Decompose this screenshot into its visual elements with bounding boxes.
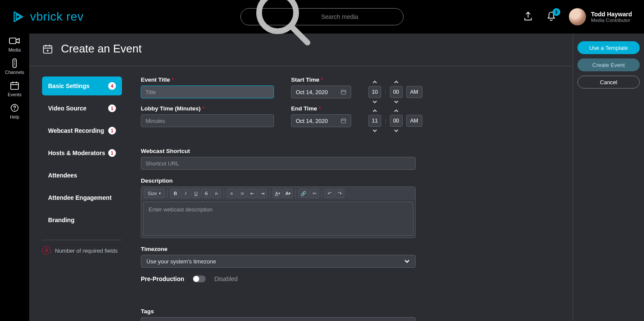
rail-events[interactable]: Events — [3, 81, 27, 97]
tags-input[interactable]: Add Tags ＋ — [141, 317, 416, 321]
rte-text-color-icon[interactable]: A▾ — [273, 189, 282, 198]
topbar: vbrick rev 3 Todd Hayward Media Contribu… — [0, 0, 644, 34]
rte-clear-icon[interactable]: Ix — [212, 189, 221, 198]
start-date-picker[interactable]: Oct 14, 2020 — [291, 86, 351, 98]
required-badge: 4 — [108, 82, 116, 90]
start-time-cluster: 10 : 00 AM — [368, 86, 422, 98]
field-shortcut: Webcast Shortcut — [141, 148, 416, 170]
svg-point-6 — [14, 64, 15, 65]
mm-up[interactable] — [390, 79, 403, 85]
required-legend: # Number of required fields — [42, 246, 122, 255]
rte-underline-icon[interactable]: U — [191, 189, 200, 198]
settings-nav-recording[interactable]: Webcast Recording 1 — [42, 121, 122, 140]
rail-help[interactable]: Help — [3, 103, 27, 119]
notifications-badge: 3 — [553, 8, 560, 16]
upload-button[interactable] — [522, 11, 534, 23]
svg-rect-21 — [341, 119, 346, 123]
notifications-button[interactable]: 3 — [546, 11, 557, 23]
settings-nav-basic[interactable]: Basic Settings 4 — [42, 76, 122, 95]
rail-label: Help — [3, 114, 27, 119]
field-label: End Time * — [291, 105, 351, 112]
create-event-button[interactable]: Create Event — [577, 58, 640, 71]
calendar-icon — [9, 81, 20, 90]
settings-nav-label: Hosts & Moderators — [48, 150, 105, 156]
settings-nav-video-source[interactable]: Video Source 1 — [42, 99, 122, 118]
rte-unordered-list-icon[interactable]: :≡ — [237, 189, 246, 198]
use-template-button[interactable]: Use a Template — [577, 41, 640, 54]
mm-up[interactable] — [390, 108, 403, 114]
cancel-button[interactable]: Cancel — [577, 76, 640, 89]
user-menu[interactable]: Todd Hayward Media Contributor — [569, 8, 632, 25]
rte-italic-icon[interactable]: I — [181, 189, 190, 198]
rail-label: Events — [3, 92, 27, 97]
form-area: Event Title * Start Time * Oct 14, 2020 — [128, 66, 573, 321]
calendar-icon — [340, 118, 346, 124]
lobby-time-input[interactable] — [141, 114, 274, 127]
svg-rect-2 — [9, 38, 16, 44]
user-role: Media Contributor — [591, 18, 632, 23]
hh-down[interactable] — [368, 128, 381, 134]
end-mm[interactable]: 00 — [390, 115, 403, 127]
settings-nav-engagement[interactable]: Attendee Engagement — [42, 188, 122, 207]
rich-text-editor: Size▾ B I U S Ix ≡ :≡ ⇤ ⇥ — [141, 186, 416, 238]
rte-redo-icon[interactable]: ↷ — [335, 189, 344, 198]
colon: : — [385, 89, 386, 95]
timezone-select[interactable]: Use your system's timezone — [141, 255, 416, 268]
start-ampm[interactable]: AM — [406, 86, 422, 98]
rte-ordered-list-icon[interactable]: ≡ — [227, 189, 236, 198]
end-time-cluster: 11 : 00 AM — [368, 115, 422, 127]
rte-link-icon[interactable]: 🔗 — [298, 189, 309, 198]
end-ampm[interactable]: AM — [406, 115, 422, 127]
description-textarea[interactable]: Enter webcast description — [143, 202, 413, 236]
rail-media[interactable]: Media — [3, 36, 27, 52]
end-hh[interactable]: 11 — [368, 115, 381, 127]
end-date-picker[interactable]: Oct 14, 2020 — [291, 114, 351, 127]
settings-nav-label: Video Source — [48, 105, 86, 112]
rte-undo-icon[interactable]: ↶ — [325, 189, 334, 198]
rte-unlink-icon[interactable]: ✂ — [310, 189, 319, 198]
rail-channels[interactable]: Channels — [3, 58, 27, 75]
hh-up[interactable] — [368, 108, 381, 114]
shortcut-input[interactable] — [141, 157, 416, 170]
rte-strike-icon[interactable]: S — [201, 189, 211, 198]
hh-up[interactable] — [368, 79, 381, 85]
required-badge: 1 — [108, 127, 116, 135]
start-hh[interactable]: 10 — [368, 86, 381, 98]
mm-down[interactable] — [390, 99, 403, 105]
event-title-input[interactable] — [141, 86, 274, 98]
settings-nav-label: Attendee Engagement — [48, 194, 112, 201]
settings-nav-hosts[interactable]: Hosts & Moderators 1 — [42, 144, 122, 162]
start-mm[interactable]: 00 — [390, 86, 403, 98]
svg-point-12 — [14, 109, 15, 110]
svg-rect-13 — [43, 46, 52, 53]
hh-down[interactable] — [368, 99, 381, 105]
rte-size[interactable]: Size▾ — [144, 189, 165, 198]
topbar-right: 3 Todd Hayward Media Contributor — [522, 8, 632, 25]
user-name: Todd Hayward — [591, 11, 632, 18]
rail-label: Media — [3, 47, 27, 52]
avatar — [569, 8, 586, 25]
chevron-down-icon — [404, 258, 410, 264]
rte-indent-icon[interactable]: ⇥ — [258, 189, 267, 198]
preproduction-toggle[interactable] — [193, 275, 206, 282]
legend-text: Number of required fields — [55, 248, 118, 254]
mm-down[interactable] — [390, 128, 403, 134]
svg-rect-19 — [341, 90, 346, 94]
divider — [42, 240, 122, 240]
search-input[interactable] — [321, 13, 396, 20]
svg-point-4 — [14, 61, 15, 62]
search-bar[interactable] — [240, 8, 404, 25]
remote-icon — [9, 58, 20, 68]
settings-nav-attendees[interactable]: Attendees — [42, 166, 122, 185]
rte-bg-color-icon[interactable]: A▾ — [283, 189, 293, 198]
required-badge: 1 — [108, 149, 116, 157]
help-icon — [9, 103, 20, 113]
brand-logo[interactable]: vbrick rev — [12, 10, 84, 24]
rte-bold-icon[interactable]: B — [170, 189, 180, 198]
field-timezone: Timezone Use your system's timezone — [141, 246, 560, 268]
rte-outdent-icon[interactable]: ⇤ — [247, 189, 257, 198]
left-rail: Media Channels Events Help — [0, 34, 29, 321]
calendar-icon — [340, 89, 346, 95]
search-icon — [248, 0, 316, 51]
settings-nav-branding[interactable]: Branding — [42, 211, 122, 229]
